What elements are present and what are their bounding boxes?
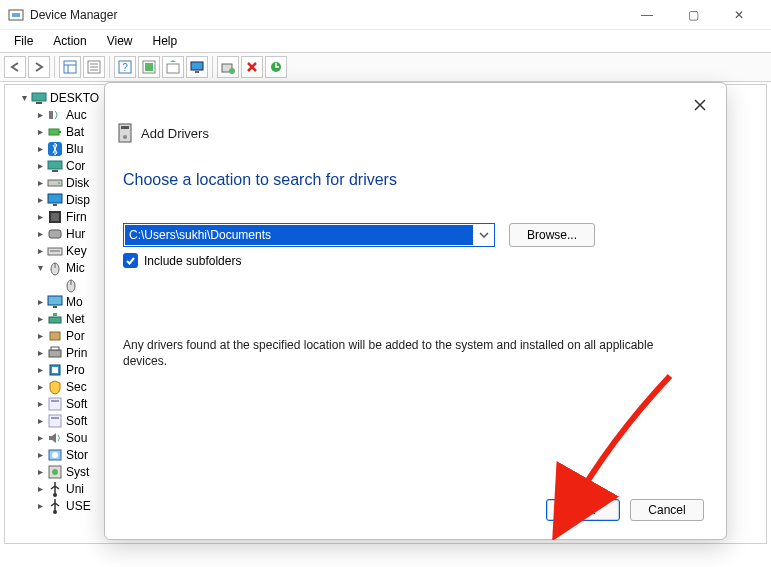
next-button[interactable]: Next: [546, 499, 620, 521]
svg-point-28: [58, 182, 60, 184]
svg-rect-50: [51, 400, 59, 402]
firmware-icon: [47, 209, 63, 225]
svg-rect-30: [53, 204, 57, 206]
menu-action[interactable]: Action: [45, 32, 94, 50]
toolbar-add-driver[interactable]: [217, 56, 239, 78]
svg-rect-45: [49, 350, 61, 357]
driver-path-value: C:\Users\sukhi\Documents: [125, 225, 473, 245]
menu-help[interactable]: Help: [145, 32, 186, 50]
svg-rect-2: [64, 61, 76, 73]
svg-rect-33: [49, 230, 61, 238]
drive-icon: [117, 123, 133, 143]
add-drivers-dialog: Add Drivers Choose a location to search …: [104, 82, 727, 540]
properties-icon: [87, 60, 101, 74]
sound-icon: [47, 430, 63, 446]
svg-rect-52: [51, 417, 59, 419]
svg-rect-26: [52, 170, 58, 172]
delete-icon: [245, 60, 259, 74]
check-icon: [125, 255, 136, 266]
svg-rect-14: [191, 62, 203, 70]
svg-point-57: [53, 493, 57, 497]
minimize-button[interactable]: —: [633, 5, 661, 25]
toolbar-back[interactable]: [4, 56, 26, 78]
svg-rect-1: [12, 13, 20, 17]
drive-add-icon: [221, 60, 235, 74]
toolbar-help[interactable]: ?: [114, 56, 136, 78]
computer-icon: [47, 158, 63, 174]
dialog-note: Any drivers found at the specified locat…: [123, 337, 683, 369]
toolbar-refresh[interactable]: [265, 56, 287, 78]
toolbar-properties[interactable]: [83, 56, 105, 78]
battery-icon: [47, 124, 63, 140]
svg-point-17: [229, 68, 235, 74]
dialog-title: Choose a location to search for drivers: [123, 171, 397, 189]
svg-rect-23: [59, 131, 61, 133]
network-icon: [47, 311, 63, 327]
toolbar-update[interactable]: [162, 56, 184, 78]
cancel-button[interactable]: Cancel: [630, 499, 704, 521]
window-title: Device Manager: [30, 8, 117, 22]
toolbar-show-hide[interactable]: [59, 56, 81, 78]
usb-icon: [47, 481, 63, 497]
svg-rect-43: [53, 313, 57, 316]
close-button[interactable]: ✕: [725, 5, 753, 25]
refresh-icon: [269, 60, 283, 74]
svg-point-54: [52, 452, 58, 458]
svg-point-58: [53, 510, 57, 514]
toolbar: ?: [0, 52, 771, 82]
svg-rect-46: [51, 347, 59, 350]
tree-icon: [63, 60, 77, 74]
toolbar-delete[interactable]: [241, 56, 263, 78]
svg-rect-12: [145, 63, 153, 71]
svg-rect-48: [52, 367, 58, 373]
svg-point-61: [123, 135, 127, 139]
svg-rect-15: [195, 71, 199, 73]
processor-icon: [47, 362, 63, 378]
svg-point-56: [52, 469, 58, 475]
svg-rect-51: [49, 415, 61, 427]
svg-rect-29: [48, 194, 62, 203]
dialog-close-button[interactable]: [688, 93, 712, 117]
help-icon: ?: [118, 60, 132, 74]
menu-file[interactable]: File: [6, 32, 41, 50]
svg-rect-49: [49, 398, 61, 410]
monitor-icon: [190, 60, 204, 74]
mouse-icon: [47, 260, 63, 276]
toolbar-forward[interactable]: [28, 56, 50, 78]
arrow-right-icon: [33, 61, 45, 73]
toolbar-scan[interactable]: [138, 56, 160, 78]
port-icon: [47, 328, 63, 344]
svg-rect-19: [32, 93, 46, 101]
driver-path-combo[interactable]: C:\Users\sukhi\Documents: [123, 223, 495, 247]
security-icon: [47, 379, 63, 395]
include-subfolders-row[interactable]: Include subfolders: [123, 253, 241, 268]
software-icon: [47, 413, 63, 429]
toolbar-monitor[interactable]: [186, 56, 208, 78]
scan-icon: [142, 60, 156, 74]
include-subfolders-checkbox[interactable]: [123, 253, 138, 268]
close-icon: [694, 99, 706, 111]
chevron-down-icon[interactable]: [474, 232, 494, 238]
dialog-header: Add Drivers: [117, 123, 209, 143]
update-icon: [166, 60, 180, 74]
browse-button[interactable]: Browse...: [509, 223, 595, 247]
svg-rect-40: [48, 296, 62, 305]
maximize-button[interactable]: ▢: [679, 5, 707, 25]
svg-rect-41: [53, 306, 57, 308]
computer-icon: [31, 90, 47, 106]
arrow-left-icon: [9, 61, 21, 73]
menu-view[interactable]: View: [99, 32, 141, 50]
svg-rect-20: [36, 102, 42, 104]
svg-text:?: ?: [122, 62, 128, 73]
printer-icon: [47, 345, 63, 361]
storage-icon: [47, 447, 63, 463]
software-icon: [47, 396, 63, 412]
mouse-icon: [63, 277, 79, 293]
svg-rect-25: [48, 161, 62, 169]
display-icon: [47, 192, 63, 208]
menu-bar: File Action View Help: [0, 30, 771, 52]
svg-rect-44: [50, 332, 60, 340]
system-icon: [47, 464, 63, 480]
app-icon: [8, 7, 24, 23]
hid-icon: [47, 226, 63, 242]
